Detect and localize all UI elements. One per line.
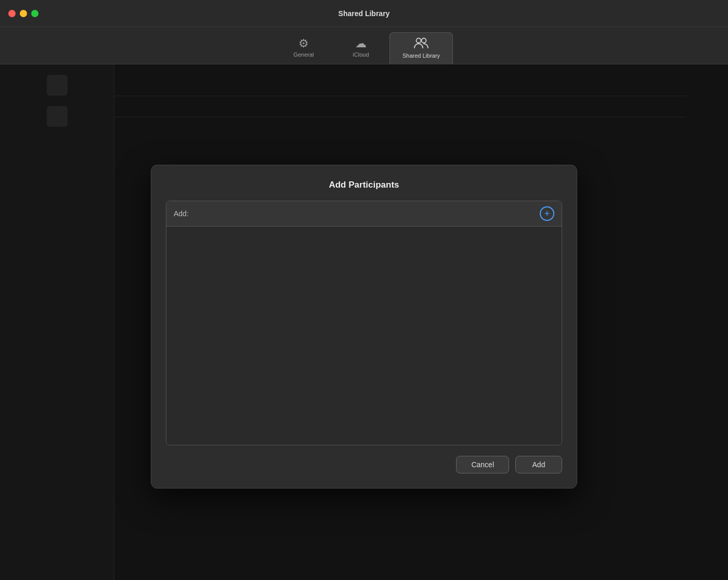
shared-library-icon	[414, 37, 428, 50]
tab-icloud[interactable]: ☁ iCloud	[332, 34, 389, 63]
modal-title: Add Participants	[166, 180, 562, 190]
add-plus-button[interactable]: +	[540, 206, 554, 221]
add-label: Add:	[174, 209, 540, 218]
minimize-button[interactable]	[20, 10, 27, 17]
modal-overlay: Add Participants Add: + Cancel Add	[0, 64, 728, 580]
tab-shared-library-label: Shared Library	[402, 52, 440, 59]
window-title: Shared Library	[339, 9, 390, 18]
close-button[interactable]	[8, 10, 16, 17]
title-bar: Shared Library	[0, 0, 728, 27]
cloud-icon: ☁	[355, 38, 367, 49]
plus-icon: +	[544, 209, 550, 218]
tab-icloud-label: iCloud	[353, 51, 369, 58]
main-area: you added. Add Participants Add: + Cance…	[0, 64, 728, 580]
gear-icon: ⚙	[298, 38, 309, 49]
add-participants-modal: Add Participants Add: + Cancel Add	[151, 165, 577, 489]
add-participants-list[interactable]	[166, 227, 562, 445]
toolbar: ⚙ General ☁ iCloud Shared Library	[0, 27, 728, 64]
svg-point-1	[422, 38, 426, 43]
maximize-button[interactable]	[31, 10, 38, 17]
tab-general[interactable]: ⚙ General	[275, 34, 332, 63]
add-field-container: Add: +	[166, 201, 562, 445]
tab-general-label: General	[293, 51, 314, 58]
add-field-row: Add: +	[166, 201, 562, 227]
svg-point-0	[417, 38, 421, 43]
modal-buttons: Cancel Add	[166, 456, 562, 473]
window-controls	[8, 10, 38, 17]
tab-shared-library[interactable]: Shared Library	[389, 32, 453, 64]
add-button[interactable]: Add	[515, 456, 562, 473]
cancel-button[interactable]: Cancel	[456, 456, 509, 473]
